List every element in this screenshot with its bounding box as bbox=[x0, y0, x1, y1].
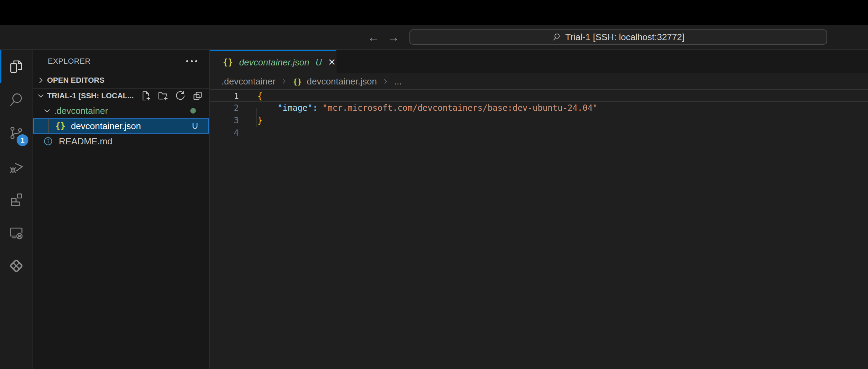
section-workspace[interactable]: TRIAL-1 [SSH: LOCAL... bbox=[33, 88, 209, 103]
scm-badge: 1 bbox=[17, 134, 28, 146]
activity-custom-view[interactable] bbox=[0, 249, 33, 282]
refresh-icon[interactable] bbox=[174, 90, 186, 102]
tree-item-devcontainer-folder[interactable]: .devcontainer bbox=[33, 103, 209, 118]
activity-bar: 1 bbox=[0, 50, 33, 369]
extensions-icon bbox=[8, 191, 25, 208]
tab-dirty-badge: U bbox=[316, 57, 322, 68]
chevron-down-icon bbox=[36, 91, 46, 101]
line-number: 1 bbox=[210, 90, 239, 101]
line-number: 2 bbox=[210, 102, 239, 114]
chevron-down-icon bbox=[42, 106, 52, 116]
tab-label: devcontainer.json bbox=[239, 57, 309, 68]
command-center[interactable]: Trial-1 [SSH: localhost:32772] bbox=[409, 29, 827, 45]
code-token-brace: { bbox=[239, 90, 262, 101]
command-center-text: Trial-1 [SSH: localhost:32772] bbox=[565, 32, 684, 43]
code-editor[interactable]: 1 { 2 "image": "mcr.microsoft.com/devcon… bbox=[210, 89, 868, 369]
tab-bar: {} devcontainer.json U ✕ bbox=[210, 50, 868, 73]
code-token-brace: } bbox=[239, 114, 262, 127]
file-label: README.md bbox=[59, 136, 112, 147]
breadcrumb-folder[interactable]: .devcontainer bbox=[221, 76, 275, 87]
open-editors-label: OPEN EDITORS bbox=[47, 76, 105, 85]
back-arrow-icon[interactable]: ← bbox=[368, 31, 379, 43]
activity-run-debug[interactable] bbox=[0, 150, 33, 183]
chevron-right-icon bbox=[36, 75, 46, 85]
title-bar: ← → Trial-1 [SSH: localhost:32772] bbox=[0, 25, 868, 50]
activity-source-control[interactable]: 1 bbox=[0, 116, 33, 150]
line-number: 3 bbox=[210, 114, 239, 127]
diamond-grid-icon bbox=[8, 257, 25, 274]
breadcrumb-file[interactable]: devcontainer.json bbox=[307, 76, 377, 87]
chevron-right-icon bbox=[382, 78, 389, 85]
tab-devcontainer-json[interactable]: {} devcontainer.json U ✕ bbox=[210, 50, 336, 73]
line-number: 4 bbox=[210, 127, 239, 139]
git-modified-dot bbox=[190, 108, 196, 114]
tree-item-devcontainer-json[interactable]: {} devcontainer.json U bbox=[33, 118, 209, 134]
sidebar-title: EXPLORER bbox=[48, 57, 91, 66]
code-indent bbox=[257, 103, 278, 113]
json-file-icon: {} bbox=[55, 121, 65, 131]
code-line-3: 3 } bbox=[210, 114, 868, 127]
activity-search[interactable] bbox=[0, 83, 33, 116]
git-untracked-badge: U bbox=[192, 121, 198, 131]
breadcrumb: .devcontainer {} devcontainer.json ... bbox=[210, 73, 868, 89]
file-label: devcontainer.json bbox=[71, 121, 141, 132]
json-file-icon: {} bbox=[223, 57, 233, 67]
code-line-4: 4 bbox=[210, 127, 868, 139]
activity-remote-explorer[interactable] bbox=[0, 216, 33, 249]
workspace-label: TRIAL-1 [SSH: LOCAL... bbox=[47, 91, 134, 100]
code-line-1: 1 { bbox=[210, 89, 868, 102]
chevron-right-icon bbox=[280, 78, 288, 85]
code-empty-line bbox=[239, 127, 257, 139]
editor-group: {} devcontainer.json U ✕ .devcontainer {… bbox=[210, 50, 868, 369]
section-open-editors[interactable]: OPEN EDITORS bbox=[33, 73, 209, 88]
files-icon bbox=[8, 58, 25, 75]
code-token-string: "mcr.microsoft.com/devcontainers/base:de… bbox=[323, 103, 598, 113]
activity-explorer[interactable] bbox=[0, 50, 33, 83]
folder-label: .devcontainer bbox=[54, 106, 108, 116]
tree-item-readme[interactable]: README.md bbox=[33, 134, 209, 149]
explorer-sidebar: EXPLORER OPEN EDITORS TRIAL-1 [SSH: LOCA… bbox=[33, 50, 210, 369]
forward-arrow-icon[interactable]: → bbox=[388, 31, 399, 43]
code-token-key: "image" bbox=[278, 103, 313, 113]
more-actions-icon[interactable] bbox=[185, 57, 199, 65]
search-icon bbox=[552, 33, 561, 42]
new-file-icon[interactable] bbox=[140, 90, 152, 102]
vscode-window: ← → Trial-1 [SSH: localhost:32772] bbox=[0, 0, 868, 369]
indent-guide bbox=[48, 119, 49, 133]
breadcrumb-more[interactable]: ... bbox=[394, 76, 402, 87]
new-folder-icon[interactable] bbox=[157, 90, 169, 102]
info-icon bbox=[43, 136, 53, 146]
collapse-all-icon[interactable] bbox=[192, 90, 204, 102]
code-token-colon: : bbox=[313, 103, 323, 113]
json-file-icon: {} bbox=[293, 77, 302, 86]
close-icon[interactable]: ✕ bbox=[328, 58, 336, 67]
search-icon bbox=[8, 91, 25, 108]
activity-extensions[interactable] bbox=[0, 183, 33, 216]
remote-explorer-icon bbox=[8, 224, 25, 241]
macos-top-strip bbox=[0, 0, 868, 25]
code-line-2: 2 "image": "mcr.microsoft.com/devcontain… bbox=[210, 102, 868, 114]
run-debug-icon bbox=[8, 158, 25, 174]
